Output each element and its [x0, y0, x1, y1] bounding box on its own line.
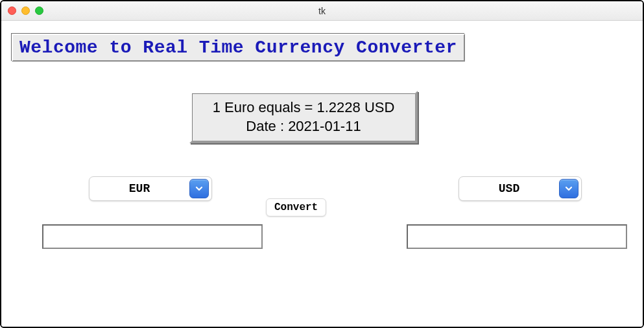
to-amount-input[interactable] [407, 224, 627, 249]
app-window: tk Welcome to Real Time Currency Convert… [0, 0, 644, 328]
to-currency-label: USD [459, 182, 559, 195]
window-controls [1, 6, 43, 15]
minimize-icon[interactable] [21, 6, 30, 15]
rate-info-box: 1 Euro equals = 1.2228 USD Date : 2021-0… [189, 91, 418, 143]
from-column: EUR [37, 176, 264, 249]
window-title: tk [1, 6, 643, 16]
titlebar: tk [1, 1, 643, 21]
from-amount-input[interactable] [42, 224, 263, 249]
rate-line: 1 Euro equals = 1.2228 USD [201, 99, 406, 117]
chevron-down-icon[interactable] [559, 179, 578, 198]
chevron-down-icon[interactable] [189, 179, 209, 198]
converter-row: EUR USD [1, 176, 643, 280]
close-icon[interactable] [8, 6, 16, 15]
from-currency-dropdown[interactable]: EUR [89, 176, 212, 201]
convert-button[interactable]: Convert [266, 198, 326, 217]
to-currency-dropdown[interactable]: USD [459, 176, 582, 201]
welcome-banner: Welcome to Real Time Currency Converter [12, 34, 465, 62]
to-column: USD [407, 176, 634, 249]
maximize-icon[interactable] [35, 6, 43, 15]
from-currency-label: EUR [89, 182, 189, 195]
content-area: Welcome to Real Time Currency Converter … [1, 21, 643, 327]
rate-date: Date : 2021-01-11 [201, 117, 406, 136]
